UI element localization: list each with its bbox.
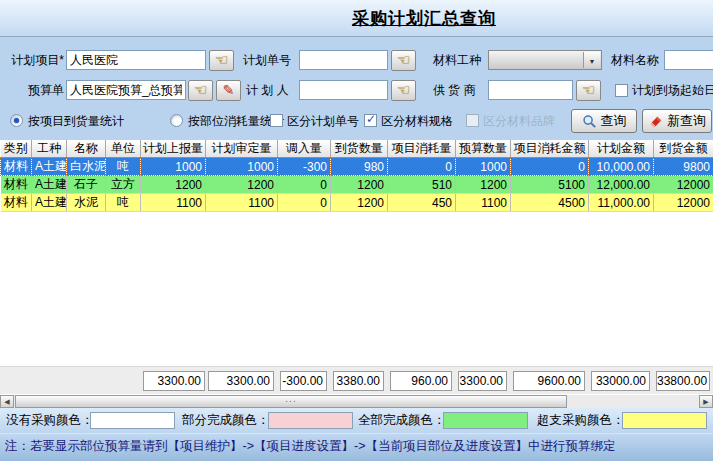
cell: 材料 (1, 158, 32, 176)
col-header[interactable]: 计划金额 (589, 140, 654, 158)
total-plan-reported: 3300.00 (143, 371, 205, 391)
col-header[interactable]: 计划上报量 (141, 140, 206, 158)
cell: 4500 (511, 194, 589, 212)
distinguish-spec-checkbox[interactable]: ✓ (364, 114, 377, 127)
hand-pointer-icon: ☜ (215, 51, 228, 68)
plan-project-picker-button[interactable]: ☜ (209, 50, 234, 71)
legend-none-label: 没有采购颜色： (6, 408, 94, 433)
note-bar: 注：若要显示部位预算量请到【项目维护】->【项目进度设置】->【当前项目部位及进… (0, 433, 713, 461)
total-arrival-amount: 33800.00 (656, 371, 710, 391)
cell: 立方 (106, 176, 141, 194)
cell: 1200 (206, 176, 278, 194)
col-header[interactable]: 名称 (67, 140, 106, 158)
cell: 水泥 (67, 194, 106, 212)
material-name-input[interactable] (664, 50, 713, 70)
col-header[interactable]: 项目消耗量 (388, 140, 456, 158)
dropdown-button[interactable]: ▼ (583, 52, 600, 68)
cell: 1200 (456, 176, 511, 194)
cell: 白水泥 (67, 158, 106, 176)
hand-pointer-icon: ☜ (582, 81, 595, 98)
cell: 0 (511, 158, 589, 176)
legend-none-swatch (90, 412, 175, 429)
supplier-input[interactable] (488, 80, 573, 100)
cell: A土建 (32, 158, 67, 176)
cell: 材料 (1, 176, 32, 194)
total-plan-approved: 3300.00 (208, 371, 274, 391)
col-header[interactable]: 工种 (32, 140, 67, 158)
radio-by-part-consumption[interactable] (170, 114, 183, 127)
col-header[interactable]: 调入量 (278, 140, 331, 158)
cell: 12,000.00 (589, 176, 654, 194)
cell: 980 (331, 158, 388, 176)
horizontal-scrollbar[interactable]: ◀ ∙∙∙ ▶ (0, 394, 713, 408)
planner-input[interactable] (299, 80, 388, 100)
scroll-right-button[interactable]: ▶ (699, 395, 713, 408)
distinguish-plan-no-label: 区分计划单号 (287, 111, 359, 131)
plan-project-label: 计划项目* (6, 50, 64, 71)
chevron-down-icon: ▼ (589, 58, 596, 65)
plan-no-input[interactable] (299, 50, 388, 70)
radio-by-project-arrival[interactable] (10, 114, 23, 127)
page-title: 采购计划汇总查询 (352, 7, 496, 30)
cell: 1100 (141, 194, 206, 212)
hand-pointer-icon: ☜ (194, 81, 207, 98)
query-button-label: 查询 (601, 112, 627, 130)
budget-sheet-edit-button[interactable]: ✎ (216, 80, 241, 101)
total-project-consumption-qty: 960.00 (390, 371, 452, 391)
cell: 1100 (456, 194, 511, 212)
table-header-row: 类别 工种 名称 单位 计划上报量 计划审定量 调入量 到货数量 项目消耗量 预… (1, 140, 713, 158)
budget-sheet-picker-button[interactable]: ☜ (188, 80, 213, 101)
legend-complete-label: 全部完成颜色： (358, 408, 446, 433)
scroll-left-button[interactable]: ◀ (0, 395, 14, 408)
planner-picker-button[interactable]: ☜ (391, 80, 416, 101)
material-type-select[interactable]: ▼ (488, 50, 602, 70)
planner-label: 计 划 人 (246, 80, 301, 101)
distinguish-plan-no-checkbox[interactable] (270, 114, 283, 127)
total-plan-amount: 33000.00 (591, 371, 650, 391)
col-header[interactable]: 计划审定量 (206, 140, 278, 158)
cell: 1000 (206, 158, 278, 176)
distinguish-brand-checkbox (466, 114, 479, 127)
hand-pointer-icon: ☜ (397, 81, 410, 98)
plan-no-picker-button[interactable]: ☜ (391, 50, 416, 71)
col-header[interactable]: 到货金额 (654, 140, 713, 158)
col-header[interactable]: 类别 (1, 140, 32, 158)
cell: 吨 (106, 194, 141, 212)
cell: A土建 (32, 176, 67, 194)
check-icon: ✓ (366, 112, 376, 126)
cell: 12000 (654, 176, 713, 194)
cell: -300 (278, 158, 331, 176)
col-header[interactable]: 项目消耗金额 (511, 140, 589, 158)
col-header[interactable]: 到货数量 (331, 140, 388, 158)
cell: 5100 (511, 176, 589, 194)
distinguish-brand-label: 区分材料品牌 (483, 111, 555, 131)
col-header[interactable]: 预算数量 (456, 140, 511, 158)
cell: 石子 (67, 176, 106, 194)
cell: 1000 (141, 158, 206, 176)
budget-sheet-input[interactable] (66, 80, 186, 100)
search-icon (582, 114, 597, 129)
col-header[interactable]: 单位 (106, 140, 141, 158)
new-query-button[interactable]: 新查询 (642, 109, 712, 133)
supplier-picker-button[interactable]: ☜ (576, 80, 601, 101)
table-row[interactable]: 材料 A土建 白水泥 吨 1000 1000 -300 980 0 1000 0… (1, 158, 713, 176)
cell: 450 (388, 194, 456, 212)
scrollbar-thumb[interactable]: ∙∙∙ (15, 395, 567, 408)
pencil-icon: ✎ (223, 82, 235, 98)
cell: 1000 (456, 158, 511, 176)
total-consumption-amount: 9600.00 (513, 371, 585, 391)
cell: 9800 (654, 158, 713, 176)
hand-pointer-icon: ☜ (397, 51, 410, 68)
table-row[interactable]: 材料 A土建 水泥 吨 1100 1100 0 1200 450 1100 45… (1, 194, 713, 212)
cell: 材料 (1, 194, 32, 212)
totals-strip: 3300.00 3300.00 -300.00 3380.00 960.00 3… (0, 366, 713, 394)
cell: 1100 (206, 194, 278, 212)
query-button[interactable]: 查询 (571, 109, 637, 133)
cell: 0 (278, 176, 331, 194)
cell: 1200 (141, 176, 206, 194)
plan-project-input[interactable] (66, 50, 206, 70)
cell: 11,000.00 (589, 194, 654, 212)
plan-no-label: 计划单号 (243, 50, 295, 71)
table-row[interactable]: 材料 A土建 石子 立方 1200 1200 0 1200 510 1200 5… (1, 176, 713, 194)
arrival-date-checkbox[interactable] (615, 84, 628, 97)
